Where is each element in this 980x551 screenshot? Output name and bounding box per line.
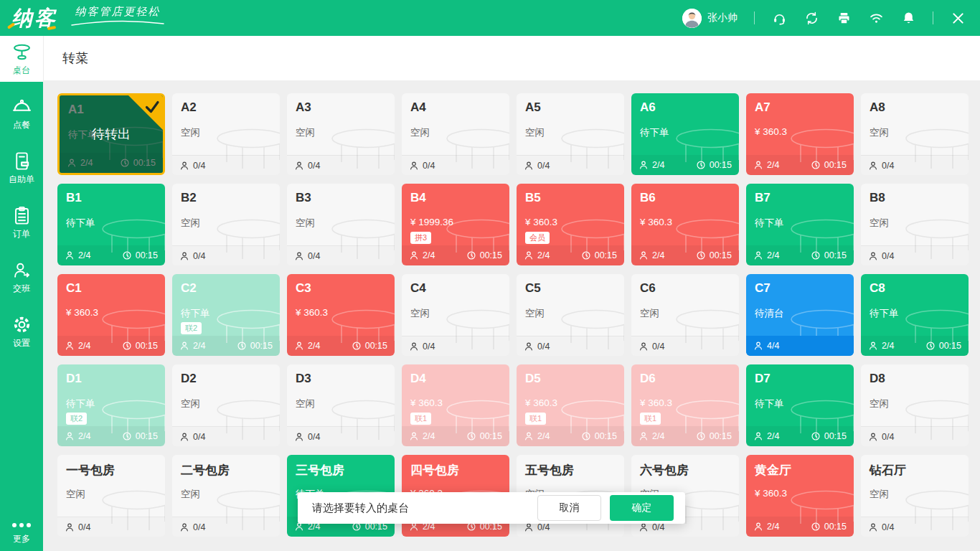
- table-capacity: 2/4: [652, 160, 664, 170]
- slogan-underline: [70, 20, 165, 27]
- confirm-button[interactable]: 确定: [610, 495, 674, 521]
- table-badge: 联1: [410, 413, 431, 425]
- clock-icon: [811, 160, 821, 170]
- table-card[interactable]: D6 ¥ 360.3 联1 2/4 00:15: [631, 364, 739, 446]
- sidebar-item-self-order[interactable]: 自助单: [0, 145, 43, 191]
- table-card[interactable]: B2 空闲 0/4: [172, 184, 280, 265]
- table-capacity: 0/4: [193, 161, 205, 171]
- table-status: 空闲: [296, 217, 315, 230]
- table-card[interactable]: D1 待下单 联2 2/4 00:15: [57, 364, 165, 446]
- table-footer: 0/4: [287, 155, 395, 175]
- close-icon[interactable]: [950, 10, 966, 26]
- table-capacity: 2/4: [767, 522, 779, 532]
- cancel-button[interactable]: 取消: [537, 495, 601, 521]
- table-card[interactable]: D3 空闲 0/4: [287, 364, 395, 446]
- table-card[interactable]: C6 空闲 0/4: [631, 274, 739, 356]
- table-capacity: 2/4: [537, 431, 550, 441]
- table-card[interactable]: C3 ¥ 360.3 2/4 00:15: [287, 274, 395, 356]
- table-capacity: 2/4: [767, 160, 779, 170]
- user-chip[interactable]: 张小帅: [682, 9, 738, 28]
- sidebar-item-order-dishes[interactable]: 点餐: [0, 90, 43, 136]
- table-status: 空闲: [181, 217, 200, 230]
- table-footer: 0/4: [861, 155, 969, 175]
- person-icon: [753, 522, 763, 532]
- sidebar-item-settings[interactable]: 设置: [0, 309, 43, 354]
- table-card[interactable]: C8 待下单 2/4 00:15: [861, 274, 969, 356]
- table-footer: 2/4 00:15: [746, 155, 854, 175]
- table-footer: 0/4: [287, 245, 395, 265]
- table-card[interactable]: D7 待下单 2/4 00:15: [746, 364, 854, 446]
- table-card[interactable]: A6 待下单 2/4 00:15: [631, 93, 739, 175]
- sidebar-item-shift-change[interactable]: 交班: [0, 254, 43, 300]
- clock-icon: [696, 160, 706, 170]
- page-header: 转菜: [43, 36, 980, 80]
- clock-icon: [237, 341, 247, 351]
- table-card[interactable]: A1 待下单 2/4 00:15 待转出: [57, 93, 165, 175]
- table-footer: 4/4: [746, 336, 854, 356]
- person-icon: [868, 432, 878, 442]
- table-card[interactable]: D8 空闲 0/4: [861, 364, 969, 446]
- person-icon: [524, 431, 534, 441]
- printer-icon[interactable]: [836, 10, 852, 26]
- avatar: [682, 9, 702, 28]
- table-status: 待下单: [755, 397, 784, 410]
- table-card[interactable]: A5 空闲 0/4: [517, 93, 624, 175]
- bell-icon[interactable]: [900, 10, 916, 26]
- sidebar-item-more[interactable]: 更多: [0, 523, 43, 545]
- wifi-icon[interactable]: [868, 10, 884, 26]
- table-card[interactable]: A7 ¥ 360.3 2/4 00:15: [746, 93, 854, 175]
- table-card[interactable]: D4 ¥ 360.3 联1 2/4 00:15: [402, 364, 509, 446]
- sidebar-item-orders[interactable]: 订单: [0, 199, 43, 245]
- table-footer: 0/4: [172, 517, 280, 537]
- sidebar-item-tables[interactable]: 桌台: [0, 36, 43, 82]
- table-capacity: 2/4: [767, 250, 779, 260]
- person-icon: [868, 341, 878, 351]
- table-status: ¥ 360.3: [410, 397, 443, 408]
- table-capacity: 0/4: [193, 251, 205, 261]
- table-card[interactable]: C2 待下单 联2 2/4 00:15: [172, 274, 280, 356]
- table-footer: 2/4 00:15: [57, 426, 165, 446]
- person-icon: [294, 161, 304, 171]
- table-name: D1: [66, 372, 82, 386]
- table-time: 00:15: [710, 431, 732, 441]
- table-capacity: 0/4: [537, 161, 550, 171]
- table-card[interactable]: C1 ¥ 360.3 2/4 00:15: [57, 274, 165, 356]
- table-footer: 0/4: [172, 426, 280, 446]
- table-capacity: 0/4: [882, 432, 894, 442]
- table-card[interactable]: A8 空闲 0/4: [861, 93, 969, 175]
- table-capacity: 2/4: [767, 431, 779, 441]
- table-card[interactable]: A2 空闲 0/4: [172, 93, 280, 175]
- table-card[interactable]: B1 待下单 2/4 00:15: [57, 184, 165, 265]
- table-card[interactable]: C5 空闲 0/4: [517, 274, 624, 356]
- table-card[interactable]: B7 待下单 2/4 00:15: [746, 184, 854, 265]
- table-name: B8: [870, 191, 885, 205]
- table-badge: 联1: [640, 413, 661, 425]
- person-icon: [294, 251, 304, 261]
- table-name: 一号包房: [66, 462, 115, 479]
- table-card[interactable]: C4 空闲 0/4: [402, 274, 509, 356]
- table-name: A5: [525, 100, 541, 115]
- table-capacity: 0/4: [423, 342, 435, 352]
- table-card[interactable]: B5 ¥ 360.3 会员 2/4 00:15: [517, 184, 624, 265]
- table-card[interactable]: D5 ¥ 360.3 联1 2/4 00:15: [517, 364, 624, 446]
- clock-icon: [811, 431, 821, 441]
- table-card[interactable]: 一号包房 空闲 0/4: [57, 455, 165, 537]
- person-icon: [409, 342, 419, 352]
- settings-gear-icon: [11, 314, 32, 335]
- table-card[interactable]: B3 空闲 0/4: [287, 184, 395, 265]
- table-card[interactable]: A3 空闲 0/4: [287, 93, 395, 175]
- table-status: 待下单: [640, 126, 669, 139]
- sync-icon[interactable]: [804, 10, 819, 26]
- table-card[interactable]: B4 ¥ 1999.36 拼3 2/4 00:15: [402, 184, 509, 265]
- table-card[interactable]: C7 待清台 4/4: [746, 274, 854, 356]
- table-time: 00:15: [824, 431, 847, 441]
- table-card[interactable]: 钻石厅 空闲 0/4: [861, 455, 969, 537]
- table-card[interactable]: B8 空闲 0/4: [861, 184, 969, 265]
- customer-service-icon[interactable]: [771, 10, 787, 26]
- table-card[interactable]: D2 空闲 0/4: [172, 364, 280, 446]
- table-card[interactable]: A4 空闲 0/4: [402, 93, 509, 175]
- table-card[interactable]: 二号包房 空闲 0/4: [172, 455, 280, 537]
- clock-icon: [122, 431, 132, 441]
- table-card[interactable]: B6 ¥ 360.3 2/4 00:15: [631, 184, 739, 265]
- table-card[interactable]: 黄金厅 ¥ 360.3 2/4 00:15: [746, 455, 854, 537]
